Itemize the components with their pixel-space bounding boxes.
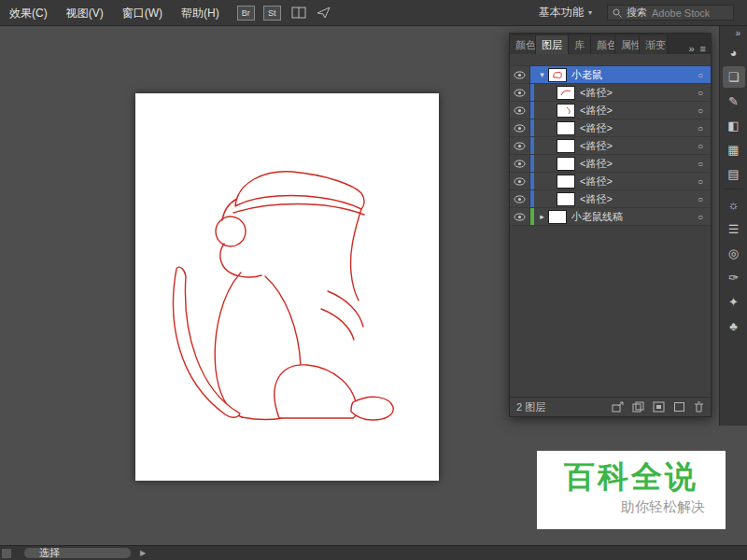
color-guide-panel-icon[interactable]: ▤	[723, 163, 745, 185]
color-panel-icon[interactable]: ◕	[723, 42, 745, 63]
layer-row[interactable]: <路径> ○	[510, 155, 711, 173]
layer-name[interactable]: <路径>	[580, 139, 690, 153]
visibility-toggle[interactable]	[510, 84, 530, 101]
mouse-line-art	[135, 93, 439, 481]
target-circle[interactable]: ○	[690, 70, 711, 80]
tab-gradient[interactable]: 渐变	[640, 35, 668, 54]
layer-row[interactable]: <路径> ○	[510, 137, 711, 155]
layer-row[interactable]: ▸ 小老鼠线稿 ○	[510, 208, 711, 226]
visibility-toggle[interactable]	[510, 66, 530, 83]
h-scrollbar-thumb[interactable]: 选择	[24, 548, 131, 558]
search-icon	[613, 8, 622, 18]
layer-row[interactable]: <路径> ○	[510, 173, 711, 190]
layer-row[interactable]: <路径> ○	[510, 190, 711, 208]
layer-name[interactable]: 小老鼠	[571, 68, 690, 82]
search-placeholder: Adobe Stock	[652, 7, 710, 19]
target-circle[interactable]: ○	[690, 194, 711, 204]
new-sublayer-icon[interactable]	[653, 401, 665, 413]
appearance-panel-icon[interactable]: ☼	[723, 194, 745, 216]
illustrator-window: 效果(C) 视图(V) 窗口(W) 帮助(H) Br St 基本功能 ▾ 搜索 …	[0, 0, 747, 560]
expand-arrow[interactable]: ▸	[536, 212, 548, 221]
layer-name[interactable]: <路径>	[580, 175, 690, 189]
visibility-toggle[interactable]	[510, 119, 530, 136]
eye-icon	[514, 213, 526, 221]
layer-thumbnail[interactable]	[548, 68, 567, 82]
workspace-label: 基本功能	[539, 5, 584, 21]
layer-thumbnail[interactable]	[557, 175, 575, 189]
paragraph-panel-icon[interactable]: ☰	[723, 218, 745, 240]
layer-name[interactable]: <路径>	[580, 121, 690, 135]
workspace-switcher[interactable]: 基本功能 ▾	[539, 5, 592, 21]
layer-name[interactable]: <路径>	[580, 86, 690, 100]
brushes-panel-icon[interactable]: ✑	[723, 267, 745, 288]
layer-name[interactable]: 小老鼠线稿	[571, 210, 690, 224]
target-circle[interactable]: ○	[690, 176, 711, 187]
layer-row[interactable]: ▾ 小老鼠 ○	[510, 66, 711, 84]
layer-name[interactable]: <路径>	[580, 192, 690, 206]
target-circle[interactable]: ○	[690, 123, 711, 133]
statusbar-chip	[2, 549, 11, 558]
tab-layers[interactable]: 图层	[536, 35, 569, 54]
delete-layer-icon[interactable]	[694, 401, 704, 413]
eye-icon	[514, 71, 526, 79]
expand-arrow[interactable]: ▾	[536, 70, 548, 79]
target-circle[interactable]: ○	[690, 88, 711, 98]
layer-thumbnail[interactable]	[557, 157, 575, 171]
symbols-panel-icon[interactable]: ◎	[723, 243, 745, 264]
tab-color-2[interactable]: 颜色	[591, 35, 615, 54]
layer-name[interactable]: <路径>	[580, 104, 690, 118]
layer-thumbnail[interactable]	[548, 210, 567, 224]
artboard[interactable]	[135, 93, 439, 481]
swatches-panel-icon[interactable]: ▦	[723, 139, 745, 161]
target-circle[interactable]: ○	[690, 159, 711, 169]
tab-libraries[interactable]: 库	[569, 35, 591, 54]
layer-row[interactable]: <路径> ○	[510, 119, 711, 137]
draw-panel-icon[interactable]: ✎	[723, 91, 745, 112]
visibility-toggle[interactable]	[510, 173, 530, 189]
panel-dock: » ◕ ❏ ✎ ◧ ▦ ▤ ☼ ☰ ◎ ✑ ✦ ♣	[719, 26, 747, 426]
panel-menu-icon[interactable]: ≡	[700, 43, 706, 54]
layer-thumbnail[interactable]	[557, 104, 575, 118]
menu-effect[interactable]: 效果(C)	[0, 0, 57, 26]
stock-icon[interactable]: St	[263, 6, 281, 21]
layer-row[interactable]: <路径> ○	[510, 84, 711, 102]
layers-panel-icon[interactable]: ❏	[723, 66, 745, 88]
menu-window[interactable]: 窗口(W)	[113, 0, 172, 26]
layer-thumbnail[interactable]	[557, 139, 575, 153]
share-icon[interactable]	[317, 7, 331, 19]
dock-divider	[725, 189, 743, 189]
layer-thumbnail[interactable]	[557, 192, 575, 206]
layer-row[interactable]: <路径> ○	[510, 102, 711, 119]
menu-view[interactable]: 视图(V)	[57, 0, 113, 26]
target-circle[interactable]: ○	[690, 212, 711, 222]
statusbar: 选择 ▶	[0, 545, 747, 560]
collect-export-icon[interactable]	[612, 401, 624, 413]
layers-panel-footer: 2 图层	[510, 397, 711, 416]
stock-search-input[interactable]: 搜索 Adobe Stock	[607, 5, 734, 21]
bridge-icon[interactable]: Br	[237, 6, 255, 21]
target-circle[interactable]: ○	[690, 105, 711, 116]
visibility-toggle[interactable]	[510, 208, 530, 225]
target-circle[interactable]: ○	[690, 141, 711, 151]
visibility-toggle[interactable]	[510, 137, 530, 154]
visibility-toggle[interactable]	[510, 155, 530, 172]
tab-properties[interactable]: 属性	[615, 35, 640, 54]
eye-icon	[514, 124, 526, 133]
panel-collapse-icon[interactable]: »	[688, 43, 694, 54]
menu-help[interactable]: 帮助(H)	[172, 0, 229, 26]
watermark-subtitle: 助你轻松解决	[537, 498, 726, 516]
layer-thumbnail[interactable]	[557, 86, 575, 100]
gradient-panel-icon[interactable]: ◧	[723, 115, 745, 136]
sparkle-panel-icon[interactable]: ✦	[723, 291, 745, 313]
visibility-toggle[interactable]	[510, 190, 530, 207]
make-mask-icon[interactable]	[632, 401, 644, 413]
layer-name[interactable]: <路径>	[580, 157, 690, 171]
layer-thumbnail[interactable]	[557, 121, 575, 135]
tab-color-1[interactable]: 颜色	[510, 35, 536, 54]
arrange-documents-icon[interactable]	[291, 7, 306, 19]
pattern-panel-icon[interactable]: ♣	[723, 315, 745, 337]
new-layer-icon[interactable]	[673, 401, 685, 413]
dock-collapse-icon[interactable]: »	[720, 26, 747, 40]
visibility-toggle[interactable]	[510, 102, 530, 119]
status-expand-arrow[interactable]: ▶	[140, 549, 146, 557]
